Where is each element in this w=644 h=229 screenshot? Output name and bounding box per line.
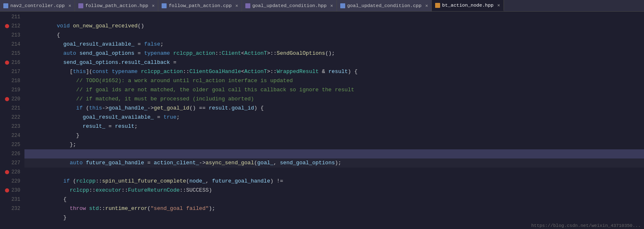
tab-bt-action-node[interactable]: bt_action_node.hpp ✕	[432, 0, 504, 11]
tab-follow-path-cpp[interactable]: follow_path_action.cpp ✕	[158, 0, 242, 11]
editor: 211 212 213 214 215 216 217 218 219 220 …	[0, 12, 644, 229]
tab-label: follow_path_action.hpp	[85, 3, 148, 8]
status-bar-url: https://blog.csdn.net/weixin_43710350...	[531, 223, 641, 228]
tab-goal-updated-cpp[interactable]: goal_updated_condition.cpp ✕	[337, 0, 432, 11]
tab-follow-path-hpp[interactable]: follow_path_action.hpp ✕	[75, 0, 158, 11]
tab-icon-cpp	[3, 3, 8, 8]
tab-close[interactable]: ✕	[497, 2, 500, 8]
tab-close[interactable]: ✕	[152, 3, 155, 8]
tab-close[interactable]: ✕	[330, 3, 333, 8]
code-line-226: auto future_goal_handle = action_client_…	[24, 149, 644, 158]
tab-label: goal_updated_condition.cpp	[347, 3, 421, 8]
code-area[interactable]: void on_new_goal_received() { goal_resul…	[23, 12, 644, 229]
code-line-213: goal_result_available_ = false;	[24, 31, 644, 40]
tab-icon-hpp	[78, 3, 83, 8]
line-gutter: 211 212 213 214 215 216 217 218 219 220 …	[0, 12, 23, 229]
tab-nav2-controller[interactable]: nav2_controller.cpp ✕	[0, 0, 75, 11]
tab-close[interactable]: ✕	[68, 3, 71, 8]
code-line-211: void on_new_goal_received()	[24, 12, 644, 22]
tab-label: follow_path_action.cpp	[169, 3, 232, 8]
code-line-225	[24, 140, 644, 149]
tab-icon-cpp	[340, 3, 345, 8]
tab-label: goal_updated_condition.hpp	[252, 3, 327, 8]
code-line-224: };	[24, 131, 644, 140]
breakpoint-230	[5, 188, 9, 192]
code-line-231: throw std::runtime_error("send_goal fail…	[24, 195, 644, 204]
tab-icon-hpp	[245, 3, 250, 8]
tab-close[interactable]: ✕	[235, 3, 238, 8]
breakpoint-212	[5, 24, 9, 28]
tab-icon-active-hpp	[435, 3, 440, 8]
tab-bar: nav2_controller.cpp ✕ follow_path_action…	[0, 0, 644, 12]
tab-label: nav2_controller.cpp	[10, 3, 65, 8]
breakpoint-228	[5, 170, 9, 174]
breakpoint-220	[5, 97, 9, 101]
tab-label: bt_action_node.hpp	[442, 2, 494, 8]
tab-goal-updated-hpp[interactable]: goal_updated_condition.hpp ✕	[242, 0, 337, 11]
breakpoint-216	[5, 61, 9, 65]
tab-icon-cpp	[162, 3, 167, 8]
code-line-228: if (rclcpp::spin_until_future_complete(n…	[24, 168, 644, 177]
tab-close[interactable]: ✕	[425, 3, 428, 8]
